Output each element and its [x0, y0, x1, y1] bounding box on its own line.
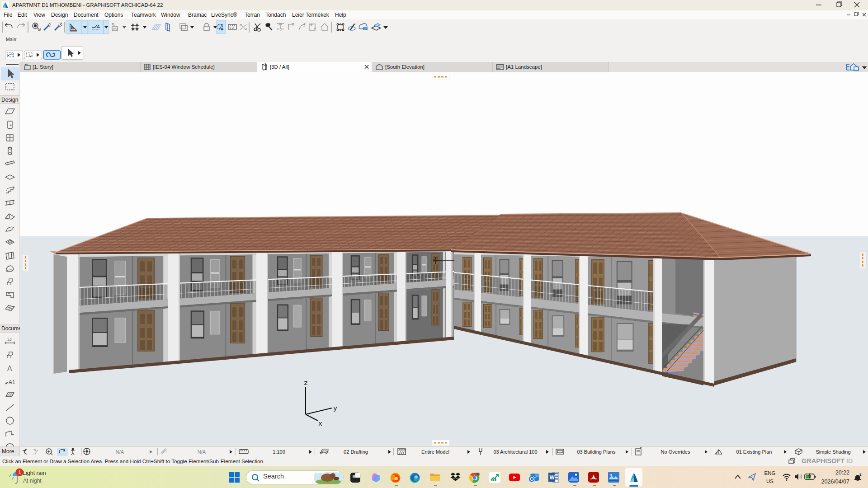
svg-text:1: 1 [19, 469, 21, 475]
svg-text:x: x [318, 420, 322, 428]
svg-text:A1: A1 [9, 379, 15, 385]
svg-text:A: A [7, 365, 12, 372]
svg-text:z: z [859, 472, 862, 477]
svg-text:z: z [304, 380, 308, 387]
svg-text:y: y [333, 405, 337, 413]
svg-text:W: W [550, 474, 555, 481]
svg-text:1 2: 1 2 [230, 26, 234, 29]
svg-text:XY: XY [113, 27, 118, 31]
svg-text:1.2: 1.2 [7, 338, 12, 341]
